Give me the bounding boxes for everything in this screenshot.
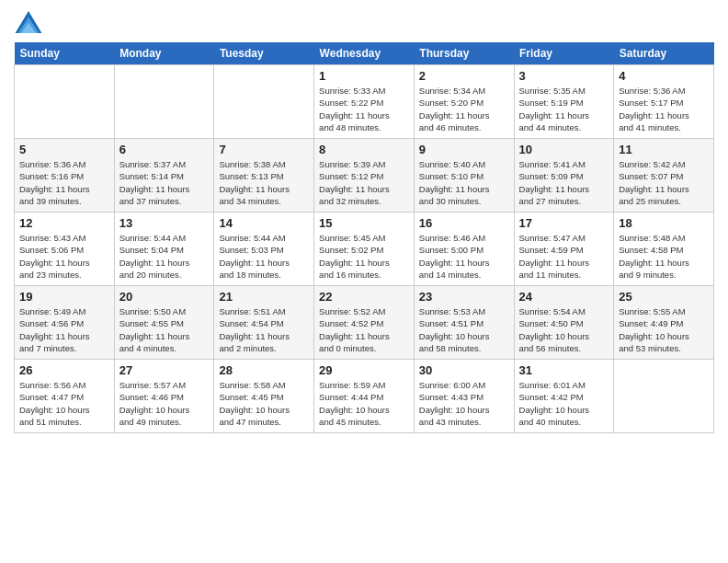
day-number: 9 <box>419 143 509 156</box>
day-header-saturday: Saturday <box>614 42 714 65</box>
day-header-wednesday: Wednesday <box>314 42 415 65</box>
calendar-cell: 29Sunrise: 5:59 AM Sunset: 4:44 PM Dayli… <box>314 360 415 433</box>
calendar-cell: 11Sunrise: 5:42 AM Sunset: 5:07 PM Dayli… <box>614 139 714 213</box>
day-number: 7 <box>219 143 309 156</box>
calendar-cell <box>114 65 214 139</box>
logo-icon <box>14 9 43 35</box>
day-info: Sunrise: 5:47 AM Sunset: 4:59 PM Dayligh… <box>519 232 609 281</box>
day-number: 27 <box>119 363 210 377</box>
day-info: Sunrise: 5:57 AM Sunset: 4:46 PM Dayligh… <box>119 379 210 428</box>
day-number: 11 <box>619 143 709 156</box>
day-info: Sunrise: 5:45 AM Sunset: 5:02 PM Dayligh… <box>319 232 409 281</box>
day-info: Sunrise: 6:00 AM Sunset: 4:43 PM Dayligh… <box>419 379 509 428</box>
calendar-cell: 12Sunrise: 5:43 AM Sunset: 5:06 PM Dayli… <box>15 213 115 286</box>
day-number: 28 <box>219 363 309 377</box>
week-row-4: 19Sunrise: 5:49 AM Sunset: 4:56 PM Dayli… <box>15 286 714 360</box>
calendar-cell: 4Sunrise: 5:36 AM Sunset: 5:17 PM Daylig… <box>614 65 714 139</box>
day-number: 6 <box>119 143 210 156</box>
day-number: 1 <box>319 69 409 83</box>
day-info: Sunrise: 5:50 AM Sunset: 4:55 PM Dayligh… <box>119 305 210 354</box>
day-header-sunday: Sunday <box>15 42 115 65</box>
header-row: SundayMondayTuesdayWednesdayThursdayFrid… <box>15 42 714 65</box>
day-info: Sunrise: 5:46 AM Sunset: 5:00 PM Dayligh… <box>419 232 509 281</box>
day-number: 25 <box>619 290 709 304</box>
header <box>14 9 714 35</box>
day-info: Sunrise: 5:48 AM Sunset: 4:58 PM Dayligh… <box>619 232 709 281</box>
day-info: Sunrise: 5:52 AM Sunset: 4:52 PM Dayligh… <box>319 305 409 354</box>
day-info: Sunrise: 5:43 AM Sunset: 5:06 PM Dayligh… <box>19 232 109 281</box>
calendar-cell: 20Sunrise: 5:50 AM Sunset: 4:55 PM Dayli… <box>114 286 214 360</box>
calendar-cell: 21Sunrise: 5:51 AM Sunset: 4:54 PM Dayli… <box>214 286 314 360</box>
day-info: Sunrise: 5:33 AM Sunset: 5:22 PM Dayligh… <box>319 85 409 133</box>
calendar-cell: 9Sunrise: 5:40 AM Sunset: 5:10 PM Daylig… <box>414 139 514 213</box>
day-number: 4 <box>619 69 709 83</box>
calendar-cell: 30Sunrise: 6:00 AM Sunset: 4:43 PM Dayli… <box>414 360 514 433</box>
day-info: Sunrise: 5:34 AM Sunset: 5:20 PM Dayligh… <box>419 85 509 133</box>
calendar-cell: 13Sunrise: 5:44 AM Sunset: 5:04 PM Dayli… <box>114 213 214 286</box>
day-info: Sunrise: 5:36 AM Sunset: 5:17 PM Dayligh… <box>619 85 709 133</box>
day-info: Sunrise: 5:55 AM Sunset: 4:49 PM Dayligh… <box>619 305 709 354</box>
day-number: 26 <box>19 363 109 377</box>
calendar-cell: 14Sunrise: 5:44 AM Sunset: 5:03 PM Dayli… <box>214 213 314 286</box>
day-number: 5 <box>19 143 109 156</box>
day-info: Sunrise: 5:58 AM Sunset: 4:45 PM Dayligh… <box>219 379 309 428</box>
calendar-cell: 5Sunrise: 5:36 AM Sunset: 5:16 PM Daylig… <box>15 139 115 213</box>
day-info: Sunrise: 5:38 AM Sunset: 5:13 PM Dayligh… <box>219 158 309 207</box>
day-info: Sunrise: 5:59 AM Sunset: 4:44 PM Dayligh… <box>319 379 409 428</box>
week-row-1: 1Sunrise: 5:33 AM Sunset: 5:22 PM Daylig… <box>15 65 714 139</box>
day-info: Sunrise: 5:49 AM Sunset: 4:56 PM Dayligh… <box>19 305 109 354</box>
day-info: Sunrise: 5:53 AM Sunset: 4:51 PM Dayligh… <box>419 305 509 354</box>
day-number: 22 <box>319 290 409 304</box>
calendar-cell: 22Sunrise: 5:52 AM Sunset: 4:52 PM Dayli… <box>314 286 415 360</box>
day-number: 31 <box>519 363 609 377</box>
day-info: Sunrise: 5:44 AM Sunset: 5:04 PM Dayligh… <box>119 232 210 281</box>
day-number: 23 <box>419 290 509 304</box>
day-number: 2 <box>419 69 509 83</box>
day-number: 10 <box>519 143 609 156</box>
logo <box>14 9 47 35</box>
day-number: 13 <box>119 216 210 230</box>
day-number: 16 <box>419 216 509 230</box>
day-number: 19 <box>19 290 109 304</box>
day-info: Sunrise: 5:40 AM Sunset: 5:10 PM Dayligh… <box>419 158 509 207</box>
day-info: Sunrise: 5:35 AM Sunset: 5:19 PM Dayligh… <box>519 85 609 133</box>
calendar-cell: 6Sunrise: 5:37 AM Sunset: 5:14 PM Daylig… <box>114 139 214 213</box>
day-header-thursday: Thursday <box>414 42 514 65</box>
day-info: Sunrise: 5:36 AM Sunset: 5:16 PM Dayligh… <box>19 158 109 207</box>
calendar-cell: 2Sunrise: 5:34 AM Sunset: 5:20 PM Daylig… <box>414 65 514 139</box>
calendar-cell: 25Sunrise: 5:55 AM Sunset: 4:49 PM Dayli… <box>614 286 714 360</box>
calendar-cell: 31Sunrise: 6:01 AM Sunset: 4:42 PM Dayli… <box>514 360 614 433</box>
calendar-cell: 1Sunrise: 5:33 AM Sunset: 5:22 PM Daylig… <box>314 65 415 139</box>
calendar-cell: 16Sunrise: 5:46 AM Sunset: 5:00 PM Dayli… <box>414 213 514 286</box>
page-container: SundayMondayTuesdayWednesdayThursdayFrid… <box>0 0 728 442</box>
calendar-cell: 15Sunrise: 5:45 AM Sunset: 5:02 PM Dayli… <box>314 213 415 286</box>
day-info: Sunrise: 5:56 AM Sunset: 4:47 PM Dayligh… <box>19 379 109 428</box>
calendar-cell: 26Sunrise: 5:56 AM Sunset: 4:47 PM Dayli… <box>15 360 115 433</box>
day-number: 18 <box>619 216 709 230</box>
calendar-cell <box>614 360 714 433</box>
calendar-cell: 3Sunrise: 5:35 AM Sunset: 5:19 PM Daylig… <box>514 65 614 139</box>
day-number: 29 <box>319 363 409 377</box>
calendar-table: SundayMondayTuesdayWednesdayThursdayFrid… <box>14 42 714 433</box>
day-info: Sunrise: 5:42 AM Sunset: 5:07 PM Dayligh… <box>619 158 709 207</box>
calendar-cell: 19Sunrise: 5:49 AM Sunset: 4:56 PM Dayli… <box>15 286 115 360</box>
day-number: 8 <box>319 143 409 156</box>
week-row-5: 26Sunrise: 5:56 AM Sunset: 4:47 PM Dayli… <box>15 360 714 433</box>
calendar-cell: 28Sunrise: 5:58 AM Sunset: 4:45 PM Dayli… <box>214 360 314 433</box>
day-number: 20 <box>119 290 210 304</box>
day-number: 15 <box>319 216 409 230</box>
day-number: 12 <box>19 216 109 230</box>
day-header-monday: Monday <box>114 42 214 65</box>
week-row-2: 5Sunrise: 5:36 AM Sunset: 5:16 PM Daylig… <box>15 139 714 213</box>
day-info: Sunrise: 5:54 AM Sunset: 4:50 PM Dayligh… <box>519 305 609 354</box>
day-info: Sunrise: 5:51 AM Sunset: 4:54 PM Dayligh… <box>219 305 309 354</box>
calendar-cell: 8Sunrise: 5:39 AM Sunset: 5:12 PM Daylig… <box>314 139 415 213</box>
day-number: 14 <box>219 216 309 230</box>
calendar-cell: 23Sunrise: 5:53 AM Sunset: 4:51 PM Dayli… <box>414 286 514 360</box>
day-header-friday: Friday <box>514 42 614 65</box>
calendar-cell: 18Sunrise: 5:48 AM Sunset: 4:58 PM Dayli… <box>614 213 714 286</box>
day-number: 17 <box>519 216 609 230</box>
calendar-cell <box>214 65 314 139</box>
day-info: Sunrise: 5:37 AM Sunset: 5:14 PM Dayligh… <box>119 158 210 207</box>
calendar-cell: 24Sunrise: 5:54 AM Sunset: 4:50 PM Dayli… <box>514 286 614 360</box>
